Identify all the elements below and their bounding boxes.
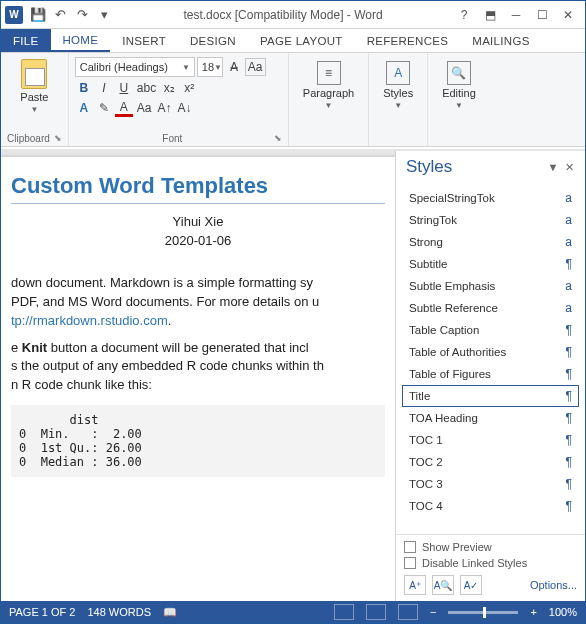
read-mode-icon[interactable] [334,604,354,620]
highlight-icon[interactable]: ✎ [95,99,113,117]
status-page[interactable]: PAGE 1 OF 2 [9,606,75,618]
style-item-name: StringTok [409,214,457,226]
ribbon: Paste ▼ Clipboard⬊ Calibri (Headings)▼ 1… [1,53,585,147]
minimize-icon[interactable]: ─ [503,4,529,26]
checkbox-icon [404,541,416,553]
style-type-icon: ¶ [566,499,572,513]
maximize-icon[interactable]: ☐ [529,4,555,26]
zoom-in-icon[interactable]: + [530,606,536,618]
style-item-name: Subtitle [409,258,447,270]
style-item[interactable]: Subtle Emphasisa [402,275,579,297]
style-item-name: Subtle Emphasis [409,280,495,292]
doc-paragraph: down document. Markdown is a simple form… [11,274,385,331]
paste-button[interactable]: Paste ▼ [7,57,62,116]
paragraph-icon: ≡ [317,61,341,85]
italic-button[interactable]: I [95,79,113,97]
font-size-combo[interactable]: 18▼ [197,57,223,77]
style-item-name: TOC 2 [409,456,443,468]
tab-home[interactable]: HOME [51,29,111,52]
tab-references[interactable]: REFERENCES [355,29,461,52]
status-words[interactable]: 148 WORDS [87,606,151,618]
new-style-icon[interactable]: A⁺ [404,575,426,595]
style-type-icon: ¶ [566,433,572,447]
group-clipboard: Paste ▼ Clipboard⬊ [1,53,69,146]
tab-file[interactable]: FILE [1,29,51,52]
redo-icon[interactable]: ↷ [71,4,93,26]
character-shading-icon[interactable]: Aa [135,99,154,117]
clear-formatting-icon[interactable]: A̶ [225,58,243,76]
doc-hyperlink[interactable]: tp://rmarkdown.rstudio.com [11,313,168,328]
change-case-icon[interactable]: Aa [245,58,266,76]
window-title: test.docx [Compatibility Mode] - Word [115,8,451,22]
editing-button[interactable]: 🔍 Editing ▼ [434,57,484,114]
style-item[interactable]: TOC 3¶ [402,473,579,495]
document-area[interactable]: Custom Word Templates Yihui Xie 2020-01-… [1,157,395,601]
tab-insert[interactable]: INSERT [110,29,178,52]
style-item-name: Subtle Reference [409,302,498,314]
zoom-out-icon[interactable]: − [430,606,436,618]
doc-title[interactable]: Custom Word Templates [11,173,385,204]
group-font: Calibri (Headings)▼ 18▼ A̶ Aa B I U abc … [69,53,289,146]
group-styles: A Styles ▼ [369,53,428,146]
style-item[interactable]: Table Caption¶ [402,319,579,341]
style-item[interactable]: Subtle Referencea [402,297,579,319]
tab-mailings[interactable]: MAILINGS [460,29,541,52]
tab-design[interactable]: DESIGN [178,29,248,52]
style-item[interactable]: TOA Heading¶ [402,407,579,429]
style-item[interactable]: Title¶ [402,385,579,407]
font-name-combo[interactable]: Calibri (Headings)▼ [75,57,195,77]
superscript-button[interactable]: x² [180,79,198,97]
style-item[interactable]: TOC 4¶ [402,495,579,517]
paste-icon [21,59,47,89]
styles-pane-menu-icon[interactable]: ▼ [545,161,561,173]
style-item[interactable]: TOC 2¶ [402,451,579,473]
group-paragraph: ≡ Paragraph ▼ [289,53,369,146]
web-layout-icon[interactable] [398,604,418,620]
undo-icon[interactable]: ↶ [49,4,71,26]
style-item-name: Table of Figures [409,368,491,380]
disable-linked-checkbox[interactable]: Disable Linked Styles [404,557,577,569]
tab-page-layout[interactable]: PAGE LAYOUT [248,29,355,52]
style-inspector-icon[interactable]: A🔍 [432,575,454,595]
font-color-icon[interactable]: A [115,99,133,117]
style-item[interactable]: Table of Figures¶ [402,363,579,385]
manage-styles-icon[interactable]: A✓ [460,575,482,595]
show-preview-checkbox[interactable]: Show Preview [404,541,577,553]
statusbar: PAGE 1 OF 2 148 WORDS 📖 − + 100% [1,601,585,623]
style-item-name: TOA Heading [409,412,478,424]
save-icon[interactable]: 💾 [27,4,49,26]
shrink-font-icon[interactable]: A↓ [176,99,194,117]
workspace: Custom Word Templates Yihui Xie 2020-01-… [1,149,585,601]
style-item[interactable]: SpecialStringToka [402,187,579,209]
styles-options-link[interactable]: Options... [530,579,577,591]
help-icon[interactable]: ? [451,4,477,26]
paragraph-button[interactable]: ≡ Paragraph ▼ [295,57,362,114]
print-layout-icon[interactable] [366,604,386,620]
style-item[interactable]: Subtitle¶ [402,253,579,275]
zoom-slider[interactable] [448,611,518,614]
style-item-name: TOC 1 [409,434,443,446]
close-icon[interactable]: ✕ [555,4,581,26]
text-effects-icon[interactable]: A [75,99,93,117]
qat-customize-icon[interactable]: ▾ [93,4,115,26]
spellcheck-icon[interactable]: 📖 [163,606,177,619]
zoom-level[interactable]: 100% [549,606,577,618]
styles-pane-close-icon[interactable]: ✕ [561,161,577,174]
style-type-icon: a [565,301,572,315]
underline-button[interactable]: U [115,79,133,97]
ribbon-display-icon[interactable]: ⬒ [477,4,503,26]
clipboard-launcher-icon[interactable]: ⬊ [54,133,62,143]
font-launcher-icon[interactable]: ⬊ [274,133,282,143]
grow-font-icon[interactable]: A↑ [156,99,174,117]
style-item[interactable]: StringToka [402,209,579,231]
style-item[interactable]: Table of Authorities¶ [402,341,579,363]
style-item-name: SpecialStringTok [409,192,495,204]
style-item[interactable]: TOC 1¶ [402,429,579,451]
subscript-button[interactable]: x₂ [160,79,178,97]
bold-button[interactable]: B [75,79,93,97]
strikethrough-button[interactable]: abc [135,79,158,97]
style-list[interactable]: SpecialStringTokaStringTokaStrongaSubtit… [396,187,585,534]
styles-button[interactable]: A Styles ▼ [375,57,421,114]
style-item[interactable]: Stronga [402,231,579,253]
style-type-icon: ¶ [566,345,572,359]
